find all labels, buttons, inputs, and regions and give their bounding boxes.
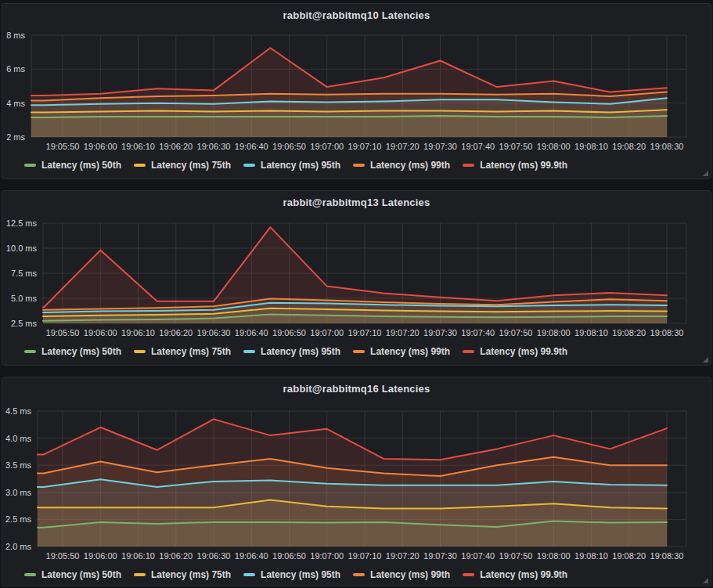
legend-color-dash-75th — [134, 164, 146, 167]
legend-label: Latency (ms) 99.9th — [480, 569, 567, 580]
legend-item-95th[interactable]: Latency (ms) 95th — [243, 346, 340, 357]
legend-item-75th[interactable]: Latency (ms) 75th — [134, 569, 231, 580]
x-tick-label: 19:06:40 — [235, 142, 268, 151]
x-tick-label: 19:07:20 — [386, 551, 420, 561]
legend-item-99th[interactable]: Latency (ms) 99th — [353, 569, 450, 580]
legend-label: Latency (ms) 50th — [41, 160, 121, 171]
legend-item-99th[interactable]: Latency (ms) 99th — [353, 346, 450, 357]
legend-color-dash-75th — [134, 573, 146, 576]
x-tick-label: 19:06:00 — [84, 142, 117, 151]
series-area-99-9th — [31, 48, 667, 137]
legend-label: Latency (ms) 95th — [261, 346, 340, 357]
x-tick-label: 19:07:30 — [423, 328, 457, 337]
y-tick-label: 10.0 ms — [6, 243, 38, 253]
legend-color-dash-95th — [243, 350, 255, 353]
x-tick-label: 19:08:10 — [574, 328, 608, 337]
chart-canvas[interactable]: 2.0 ms2.5 ms3.0 ms3.5 ms4.0 ms4.5 ms19:0… — [2, 377, 711, 586]
x-tick-label: 19:06:50 — [272, 328, 306, 337]
series-group — [31, 48, 667, 137]
y-tick-label: 3.0 ms — [5, 488, 32, 497]
legend-color-dash-50th — [24, 573, 36, 576]
legend-item-75th[interactable]: Latency (ms) 75th — [134, 160, 231, 171]
legend-item-75th[interactable]: Latency (ms) 75th — [134, 346, 231, 357]
legend-color-dash-99th — [353, 164, 365, 167]
legend-item-50th[interactable]: Latency (ms) 50th — [24, 569, 121, 580]
chart-canvas[interactable]: 2.5 ms5.0 ms7.5 ms10.0 ms12.5 ms19:05:50… — [2, 191, 711, 365]
x-tick-label: 19:07:20 — [386, 328, 420, 337]
x-tick-label: 19:05:50 — [46, 142, 80, 151]
y-tick-label: 12.5 ms — [6, 218, 38, 228]
x-tick-label: 19:06:40 — [235, 328, 268, 337]
x-tick-label: 19:07:00 — [310, 328, 344, 337]
x-tick-label: 19:08:00 — [537, 142, 571, 151]
legend-item-99th[interactable]: Latency (ms) 99th — [353, 160, 450, 171]
panel-rabbitmq13-latencies: rabbit@rabbitmq13 Latencies 2.5 ms5.0 ms… — [2, 190, 711, 366]
x-tick-label: 19:06:30 — [197, 551, 231, 561]
chart-canvas[interactable]: 2 ms4 ms6 ms8 ms19:05:5019:06:0019:06:10… — [2, 4, 711, 179]
x-tick-label: 19:05:50 — [46, 551, 80, 561]
legend-item-50th[interactable]: Latency (ms) 50th — [24, 346, 121, 357]
x-tick-label: 19:06:00 — [84, 551, 117, 561]
legend-item-99-9th[interactable]: Latency (ms) 99.9th — [463, 346, 567, 357]
legend-color-dash-99th — [353, 350, 365, 353]
panel-rabbitmq16-latencies: rabbit@rabbitmq16 Latencies 2.0 ms2.5 ms… — [2, 377, 711, 586]
panel-resize-handle-icon[interactable] — [703, 578, 708, 583]
x-tick-label: 19:08:10 — [574, 551, 608, 561]
y-tick-label: 3.5 ms — [5, 460, 32, 470]
legend-item-95th[interactable]: Latency (ms) 95th — [243, 160, 340, 171]
x-tick-label: 19:07:00 — [310, 142, 344, 151]
legend-label: Latency (ms) 50th — [41, 346, 121, 357]
x-tick-label: 19:07:10 — [348, 551, 382, 561]
x-tick-label: 19:06:20 — [159, 142, 193, 151]
y-tick-label: 2.0 ms — [5, 542, 32, 551]
legend-color-dash-75th — [134, 350, 146, 353]
legend-label: Latency (ms) 75th — [151, 346, 231, 357]
x-tick-label: 19:07:20 — [386, 142, 420, 151]
x-tick-label: 19:08:00 — [537, 551, 571, 561]
y-tick-label: 7.5 ms — [11, 269, 38, 278]
x-tick-label: 19:07:50 — [499, 328, 533, 337]
x-tick-label: 19:08:00 — [537, 328, 571, 337]
legend-label: Latency (ms) 75th — [151, 569, 231, 580]
legend-item-50th[interactable]: Latency (ms) 50th — [24, 160, 121, 171]
legend-label: Latency (ms) 99.9th — [480, 346, 567, 357]
legend-item-95th[interactable]: Latency (ms) 95th — [243, 569, 340, 580]
x-tick-label: 19:07:40 — [461, 551, 495, 561]
panel-resize-handle-icon[interactable] — [703, 357, 708, 363]
x-tick-label: 19:07:10 — [348, 142, 382, 151]
legend-color-dash-99-9th — [463, 164, 474, 167]
panel-rabbitmq10-latencies: rabbit@rabbitmq10 Latencies 2 ms4 ms6 ms… — [2, 3, 711, 179]
y-tick-label: 5.0 ms — [11, 294, 38, 303]
x-tick-label: 19:06:40 — [235, 551, 268, 561]
x-tick-label: 19:08:30 — [650, 142, 684, 151]
legend-color-dash-99th — [353, 573, 365, 576]
series-group — [43, 227, 667, 323]
legend: Latency (ms) 50thLatency (ms) 75thLatenc… — [24, 569, 704, 580]
x-tick-label: 19:07:10 — [348, 328, 382, 337]
x-tick-label: 19:06:20 — [159, 551, 193, 561]
legend-label: Latency (ms) 95th — [261, 569, 340, 580]
x-tick-label: 19:06:20 — [159, 328, 193, 337]
x-tick-label: 19:06:30 — [197, 142, 231, 151]
legend-label: Latency (ms) 99th — [370, 569, 450, 580]
legend-color-dash-95th — [243, 573, 255, 576]
x-tick-label: 19:06:10 — [121, 142, 155, 151]
y-tick-label: 2.5 ms — [5, 514, 32, 524]
x-tick-label: 19:08:20 — [612, 551, 646, 561]
legend-item-99-9th[interactable]: Latency (ms) 99.9th — [463, 160, 567, 171]
x-tick-label: 19:06:50 — [272, 142, 306, 151]
x-tick-label: 19:08:20 — [612, 142, 646, 151]
y-tick-label: 4.0 ms — [5, 434, 32, 443]
y-tick-label: 6 ms — [6, 64, 25, 74]
x-tick-label: 19:08:30 — [650, 328, 684, 337]
legend-item-99-9th[interactable]: Latency (ms) 99.9th — [463, 569, 567, 580]
x-tick-label: 19:06:00 — [84, 328, 117, 337]
legend-label: Latency (ms) 50th — [41, 569, 121, 580]
panel-resize-handle-icon[interactable] — [703, 171, 708, 176]
x-tick-label: 19:06:30 — [197, 328, 231, 337]
x-tick-label: 19:07:50 — [499, 142, 533, 151]
legend-color-dash-95th — [243, 164, 255, 167]
x-tick-label: 19:06:10 — [121, 328, 155, 337]
x-tick-label: 19:06:10 — [121, 551, 155, 561]
x-tick-label: 19:07:00 — [310, 551, 344, 561]
